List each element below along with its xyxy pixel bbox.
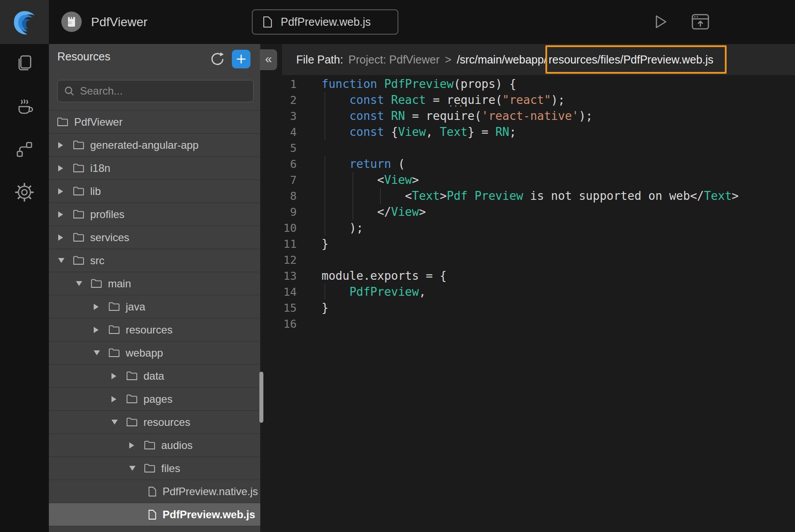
search-input[interactable] <box>80 85 247 97</box>
folder-icon <box>91 279 102 288</box>
code-line[interactable]: 13module.exports = { <box>260 268 795 284</box>
folder-icon <box>126 371 138 381</box>
indent-guide <box>353 188 353 204</box>
open-file-tab-label: PdfPreview.web.js <box>281 16 371 28</box>
code-line[interactable]: 14 PdfPreview, <box>260 284 795 300</box>
code-line[interactable]: 4 const {View, Text} = RN; <box>260 124 795 140</box>
tree-row[interactable]: java <box>49 295 260 318</box>
code-line[interactable]: 11} <box>260 236 795 252</box>
code-line[interactable]: 5 <box>260 140 795 156</box>
run-button[interactable] <box>651 13 669 31</box>
sidebar-item-flows[interactable] <box>15 139 34 159</box>
app-icon <box>61 12 82 32</box>
code-line[interactable]: 6 return ( <box>260 156 795 172</box>
file-path-value: /src/main/webapp/resources/files/PdfPrev… <box>457 53 727 66</box>
line-number: 12 <box>260 254 302 266</box>
chevron-right-icon[interactable] <box>58 142 73 148</box>
chevron-right-icon[interactable] <box>58 211 73 218</box>
code-text: const {View, Text} = RN; <box>302 124 795 140</box>
code-line[interactable]: 10 ); <box>260 220 795 236</box>
code-line[interactable]: 9 </View> <box>260 204 795 220</box>
chevron-right-icon[interactable] <box>94 327 108 333</box>
tree-row[interactable]: resources <box>49 318 260 341</box>
tree-row[interactable]: lib <box>49 180 260 203</box>
tree-row[interactable]: i18n <box>49 157 260 180</box>
chevron-right-icon[interactable] <box>129 442 144 449</box>
tree-item-label: webapp <box>126 347 163 359</box>
code-line[interactable]: 16 <box>260 316 795 332</box>
chevron-down-icon[interactable] <box>94 350 108 355</box>
code-line[interactable]: 3 const RN = require('react-native'); <box>260 108 795 124</box>
tree-row[interactable]: main <box>49 272 260 295</box>
line-number: 1 <box>260 78 302 91</box>
wave-logo-icon <box>10 8 39 37</box>
folder-icon <box>126 394 138 404</box>
tree-row[interactable]: PdfPreview.native.js <box>49 480 260 503</box>
topbar: PdfViewer PdfPreview.web.js <box>0 0 795 44</box>
flow-icon <box>15 139 34 159</box>
code-text <box>302 316 795 332</box>
line-number: 13 <box>260 270 302 282</box>
open-file-tab[interactable]: PdfPreview.web.js <box>252 9 398 35</box>
refresh-button[interactable] <box>209 51 226 67</box>
product-logo[interactable] <box>0 0 49 44</box>
tree-row[interactable]: data <box>49 365 260 388</box>
folder-icon <box>73 187 84 196</box>
folder-icon <box>144 464 155 473</box>
chevron-down-icon[interactable] <box>58 258 73 263</box>
tree-row[interactable]: resources <box>49 411 260 434</box>
tree-row[interactable]: PdfViewer <box>49 111 260 134</box>
chevron-right-icon[interactable] <box>111 373 126 379</box>
chevron-right-icon[interactable] <box>58 188 73 195</box>
tree-row[interactable]: files <box>49 457 260 480</box>
tree-row[interactable]: profiles <box>49 203 260 226</box>
tree-row[interactable]: PdfPreview.web.js <box>49 503 260 526</box>
code-text: const RN = require('react-native'); <box>302 108 795 124</box>
tree-row[interactable]: services <box>49 226 260 249</box>
resources-panel-title: Resources <box>57 50 111 63</box>
chevron-down-icon[interactable] <box>76 281 91 286</box>
tree-row[interactable]: src <box>49 249 260 272</box>
code-line[interactable]: 12 <box>260 252 795 268</box>
sidebar-item-documents[interactable] <box>15 53 34 73</box>
line-number: 8 <box>260 190 302 202</box>
page-title: PdfViewer <box>91 0 147 44</box>
tree-scrollbar-thumb[interactable] <box>259 372 263 423</box>
file-path-highlight-box: resources/files/PdfPreview.web.js <box>545 45 727 74</box>
code-line[interactable]: 8 <Text>Pdf Preview is not supported on … <box>260 188 795 204</box>
tree-item-label: services <box>90 231 129 244</box>
indent-guide <box>325 124 325 140</box>
code-text: <Text>Pdf Preview is not supported on we… <box>302 188 795 204</box>
tree-row[interactable]: generated-angular-app <box>49 134 260 157</box>
code-editor[interactable]: 1function PdfPreview(props) {2 const Rea… <box>260 75 795 532</box>
tree-row[interactable]: webapp <box>49 341 260 365</box>
chevron-down-icon[interactable] <box>111 420 126 425</box>
chevron-right-icon[interactable] <box>58 234 73 241</box>
folder-icon <box>126 417 138 427</box>
chevron-right-icon[interactable] <box>111 396 126 402</box>
chevron-right-icon[interactable] <box>94 304 108 310</box>
tree-row[interactable]: pages <box>49 388 260 411</box>
tree-item-label: PdfViewer <box>74 116 123 128</box>
code-line[interactable]: 7 <View> <box>260 172 795 188</box>
tree-item-label: resources <box>143 416 190 429</box>
code-line[interactable]: 2 const React = require("react"); <box>260 92 795 108</box>
line-number: 14 <box>260 286 302 298</box>
indent-guide <box>325 284 325 300</box>
file-path-prefix: /src/main/webapp/ <box>457 53 547 66</box>
chevron-right-icon[interactable] <box>58 165 73 171</box>
line-number: 5 <box>260 142 302 155</box>
line-number: 15 <box>260 302 302 314</box>
collapse-panel-button[interactable]: « <box>260 49 277 70</box>
code-line[interactable]: 15} <box>260 300 795 316</box>
plus-icon <box>236 54 246 64</box>
chevron-down-icon[interactable] <box>129 466 144 471</box>
tree-item-label: src <box>90 254 104 267</box>
sidebar-item-java[interactable] <box>15 96 34 116</box>
tree-row[interactable]: audios <box>49 434 260 457</box>
publish-button[interactable] <box>690 12 711 32</box>
file-path-label: File Path: <box>296 53 343 66</box>
add-resource-button[interactable] <box>232 50 250 68</box>
sidebar-item-settings[interactable] <box>15 183 34 202</box>
code-line[interactable]: 1function PdfPreview(props) { <box>260 76 795 92</box>
